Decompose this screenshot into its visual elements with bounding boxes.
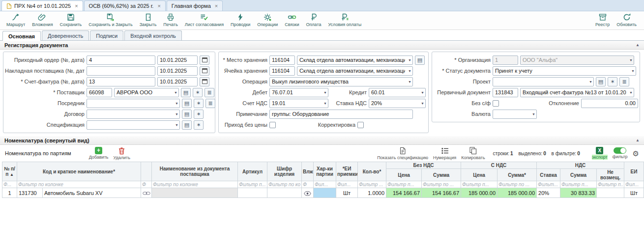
table-row[interactable]: 1 131730 Автомобиль Subaru XV Шт 1.0000 … — [2, 188, 644, 198]
filter-supplier-name-input[interactable] — [153, 182, 236, 187]
postings-button[interactable]: Проводки — [227, 12, 254, 28]
supplier-invoice-date-input[interactable] — [157, 66, 198, 76]
credit-select[interactable]: 60.01 — [369, 88, 426, 97]
col-header-sum-no-vat[interactable]: Сумма — [422, 169, 461, 181]
specification-card-button[interactable]: ▤ — [182, 120, 192, 130]
add-row-button[interactable]: + Добавить — [89, 147, 109, 160]
col-header-supplier-name[interactable]: Наименование из документа поставщика — [152, 162, 238, 181]
filter-articul-input[interactable] — [239, 182, 266, 187]
col-header-not-reimb[interactable]: Не возмещ. — [597, 169, 624, 181]
status-select[interactable]: Принят к учету — [493, 66, 636, 76]
primary-doc-code-input[interactable] — [493, 88, 518, 97]
filter-num-input[interactable] — [3, 182, 16, 187]
doc-tab-osv[interactable]: ОСВ (60%,62%) за 2025 г. × — [84, 0, 166, 11]
save-close-button[interactable]: Сохранить и Закрыть — [85, 12, 136, 28]
col-header-vlzh[interactable]: Влж — [302, 162, 314, 181]
primary-doc-select[interactable]: Входящий счет-фактура №13 от 10.01.2025 — [520, 88, 634, 97]
filter-link-input[interactable] — [142, 182, 150, 187]
deviation-input[interactable] — [581, 99, 638, 108]
col-header-qty[interactable]: Кол-во* — [358, 162, 386, 181]
collapse-icon[interactable]: ▲ — [636, 43, 640, 47]
delete-row-button[interactable]: Удалить — [113, 147, 130, 160]
no-price-checkbox[interactable] — [269, 122, 276, 128]
export-excel-button[interactable]: X экспорт — [592, 147, 608, 160]
filter-not-reimb-input[interactable] — [598, 182, 623, 187]
col-header-num[interactable]: № п/п ▲ — [2, 162, 17, 181]
storage-code-input[interactable] — [269, 56, 295, 65]
cell-vlzh[interactable] — [302, 188, 314, 198]
doc-tab-prh[interactable]: ПРХ №4 от 10.01.2025 × — [1, 0, 83, 11]
specification-wizard-button[interactable]: ✶ — [194, 120, 204, 130]
supplier-select[interactable]: АВРОРА ООО — [114, 88, 179, 97]
receipt-order-date-input[interactable] — [157, 56, 198, 65]
storage-select[interactable]: Склад отдела автоматизации, механизации … — [297, 56, 413, 65]
contract-wizard-button[interactable]: ✶ — [194, 110, 204, 119]
filter-toggle[interactable]: фильтр — [613, 147, 628, 159]
vat-account-select[interactable]: 19.01 — [269, 99, 328, 108]
refresh-button[interactable]: Обновить — [613, 12, 640, 28]
filter-ei-input[interactable] — [625, 182, 643, 187]
col-header-code-name[interactable]: Код и краткое наименование* — [17, 162, 141, 181]
intermediary-card-button[interactable]: ▤ — [182, 99, 192, 108]
tab-podpisi[interactable]: Подписи — [90, 30, 123, 40]
doc-tab-main-form[interactable]: Главная форма × — [167, 0, 223, 11]
tab-osnovnaya[interactable]: Основная — [2, 31, 41, 41]
filter-product-code-input[interactable] — [268, 182, 300, 187]
attachments-button[interactable]: Вложения — [29, 12, 56, 28]
contract-card-button[interactable]: ▤ — [182, 110, 192, 119]
print-button[interactable]: Печать — [160, 12, 181, 28]
filter-vlzh-input[interactable] — [303, 182, 312, 187]
copy-button[interactable]: Копировать — [461, 146, 485, 160]
filter-code-name-input[interactable] — [18, 182, 140, 187]
filter-qty-input[interactable] — [359, 182, 385, 187]
storage-cell-select[interactable]: Склад отдела автоматизации, механизации … — [297, 66, 413, 76]
filter-price-no-vat-input[interactable] — [387, 182, 420, 187]
col-header-price-with-vat[interactable]: Цена — [461, 169, 498, 181]
filter-vat-rate-input[interactable] — [538, 182, 559, 187]
cell-batch[interactable] — [314, 188, 336, 198]
filter-sum-no-vat-input[interactable] — [423, 182, 460, 187]
cell-link[interactable] — [141, 188, 152, 198]
supplier-code-input[interactable] — [87, 88, 112, 97]
currency-select[interactable] — [493, 110, 537, 119]
col-header-ei[interactable]: ЕИ — [624, 162, 644, 181]
col-header-price-no-vat[interactable]: Цена — [386, 169, 422, 181]
invoice-number-input[interactable] — [87, 77, 155, 86]
col-header-product-code[interactable]: Шифр изделия — [267, 162, 302, 181]
tab-vhodnoy-kontrol[interactable]: Входной контроль — [124, 30, 182, 40]
project-card-button[interactable]: ▤ — [596, 77, 606, 86]
intermediary-hierarchy-button[interactable]: ≣ — [205, 99, 215, 108]
approval-sheet-button[interactable]: Лист согласования — [181, 12, 227, 28]
col-header-vat-sum[interactable]: Сумма — [560, 169, 597, 181]
no-sf-checkbox[interactable] — [493, 100, 499, 107]
organization-code-input[interactable] — [493, 56, 518, 65]
close-tab-icon[interactable]: × — [157, 3, 160, 9]
specification-select[interactable] — [87, 120, 180, 130]
col-header-vat-rate[interactable]: Ставка — [537, 169, 560, 181]
contract-select[interactable] — [87, 110, 180, 119]
supplier-card-button[interactable]: ▤ — [181, 88, 191, 97]
filter-price-with-vat-input[interactable] — [462, 182, 496, 187]
project-select[interactable] — [493, 77, 594, 86]
organization-select[interactable]: ООО "Альфа" — [520, 56, 634, 65]
storage-cell-code-input[interactable] — [269, 66, 295, 76]
show-spec-button[interactable]: Показать спецификацию — [377, 147, 428, 160]
vat-rate-select[interactable]: 20% — [369, 99, 426, 108]
filter-sum-with-vat-input[interactable] — [498, 182, 535, 187]
storage-card-button[interactable]: ▤ — [415, 56, 425, 65]
supplier-invoice-number-input[interactable] — [87, 66, 155, 76]
payment-button[interactable]: Оплата — [302, 12, 324, 28]
project-wizard-button[interactable]: ✶ — [608, 77, 617, 86]
receipt-order-calendar-button[interactable] — [200, 56, 209, 65]
col-header-sum-with-vat[interactable]: Сумма* — [498, 169, 537, 181]
invoice-calendar-button[interactable] — [200, 77, 209, 86]
intermediary-wizard-button[interactable]: ✶ — [194, 99, 204, 108]
save-button[interactable]: Сохранить — [57, 12, 86, 28]
close-button[interactable]: Закрыть — [136, 12, 160, 28]
debit-select[interactable]: 76.07.01 — [269, 88, 328, 97]
col-header-batch[interactable]: Хар-ки партии — [314, 162, 336, 181]
numbering-button[interactable]: Нумерация — [433, 147, 456, 160]
receipt-order-number-input[interactable] — [87, 56, 155, 65]
settings-gear-icon[interactable]: ⚙ — [633, 150, 639, 157]
close-tab-icon[interactable]: × — [75, 3, 78, 9]
